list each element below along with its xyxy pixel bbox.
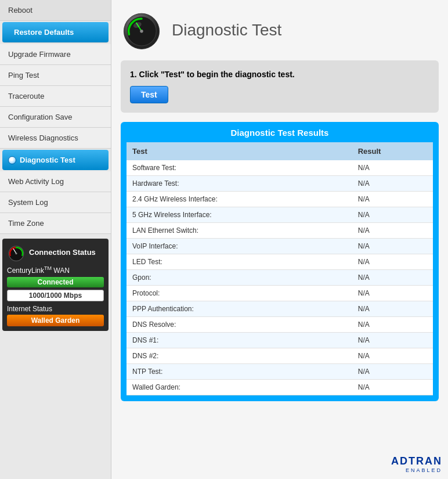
test-name-cell: Gpon:	[127, 270, 352, 286]
adtran-enabled: ENABLED	[391, 467, 442, 473]
table-row: Protocol:N/A	[127, 286, 433, 301]
svg-point-6	[140, 30, 143, 33]
sidebar-item-wireless-diagnostics[interactable]: Wireless Diagnostics	[0, 128, 111, 149]
wan-row: CenturyLinkTM WAN	[7, 265, 104, 275]
sidebar-item-web-activity-log[interactable]: Web Activity Log	[0, 171, 111, 192]
adtran-brand: ADTRAN	[391, 455, 442, 467]
sidebar-item-diagnostic-test[interactable]: Diagnostic Test	[2, 150, 109, 170]
test-result-cell: N/A	[352, 333, 433, 348]
sidebar-item-label: Traceroute	[8, 92, 44, 100]
test-result-cell: N/A	[352, 160, 433, 176]
sidebar-item-label: Web Activity Log	[8, 177, 64, 186]
test-result-cell: N/A	[352, 254, 433, 270]
svg-point-2	[15, 253, 17, 254]
sidebar-item-traceroute[interactable]: Traceroute	[0, 86, 111, 107]
sidebar-item-upgrade-firmware[interactable]: Upgrade Firmware	[0, 44, 111, 65]
walled-garden-badge: Walled Garden	[7, 315, 104, 326]
test-result-cell: N/A	[352, 286, 433, 301]
page-header: Diagnostic Test	[121, 9, 439, 51]
results-table: Test Result Software Test:N/AHardware Te…	[127, 142, 433, 395]
test-result-cell: N/A	[352, 223, 433, 239]
sidebar-item-restore-defaults[interactable]: Restore Defaults	[2, 22, 109, 43]
connection-status-title: Connection Status	[29, 248, 96, 257]
sidebar-item-system-log[interactable]: System Log	[0, 192, 111, 213]
gauge-icon	[121, 9, 162, 51]
test-name-cell: Software Test:	[127, 160, 352, 176]
test-name-cell: LED Test:	[127, 254, 352, 270]
table-row: NTP Test:N/A	[127, 364, 433, 380]
test-name-cell: Protocol:	[127, 286, 352, 301]
main-content: Diagnostic Test 1. Click "Test" to begin…	[111, 0, 448, 410]
test-result-cell: N/A	[352, 176, 433, 192]
table-row: Walled Garden:N/A	[127, 380, 433, 395]
test-result-cell: N/A	[352, 239, 433, 254]
connected-badge: Connected	[7, 277, 104, 287]
sidebar-item-reboot[interactable]: Reboot	[0, 0, 111, 21]
table-row: LED Test:N/A	[127, 254, 433, 270]
table-row: Gpon:N/A	[127, 270, 433, 286]
page-title: Diagnostic Test	[172, 21, 281, 39]
instruction-box: 1. Click "Test" to begin the diagnostic …	[121, 60, 439, 113]
sidebar: RebootRestore DefaultsUpgrade FirmwarePi…	[0, 0, 111, 479]
test-result-cell: N/A	[352, 317, 433, 333]
table-row: 2.4 GHz Wireless Interface:N/A	[127, 192, 433, 207]
sidebar-item-label: Upgrade Firmware	[8, 50, 71, 59]
test-name-cell: Hardware Test:	[127, 176, 352, 192]
sidebar-item-label: Restore Defaults	[14, 28, 74, 37]
test-name-cell: 2.4 GHz Wireless Interface:	[127, 192, 352, 207]
test-name-cell: LAN Ethernet Switch:	[127, 223, 352, 239]
test-name-cell: DNS #2:	[127, 348, 352, 364]
internet-status-label: Internet Status	[7, 305, 104, 313]
connection-status-box: Connection Status CenturyLinkTM WAN Conn…	[2, 239, 109, 331]
test-name-cell: VoIP Interface:	[127, 239, 352, 254]
test-result-cell: N/A	[352, 301, 433, 317]
table-row: DNS #2:N/A	[127, 348, 433, 364]
speedometer-icon	[7, 243, 26, 262]
table-row: Hardware Test:N/A	[127, 176, 433, 192]
table-header-row: Test Result	[127, 142, 433, 160]
test-name-cell: 5 GHz Wireless Interface:	[127, 207, 352, 223]
sidebar-item-label: Reboot	[8, 6, 32, 15]
adtran-logo: ADTRAN ENABLED	[391, 455, 442, 473]
sidebar-item-label: Wireless Diagnostics	[8, 134, 78, 142]
sidebar-item-time-zone[interactable]: Time Zone	[0, 213, 111, 234]
results-tbody: Software Test:N/AHardware Test:N/A2.4 GH…	[127, 160, 433, 395]
main-wrapper: Diagnostic Test 1. Click "Test" to begin…	[111, 0, 448, 479]
table-row: Software Test:N/A	[127, 160, 433, 176]
test-button[interactable]: Test	[130, 86, 168, 103]
sidebar-item-label: Configuration Save	[8, 113, 73, 121]
sidebar-item-ping-test[interactable]: Ping Test	[0, 65, 111, 86]
speed-badge: 1000/1000 Mbps	[7, 290, 104, 301]
table-row: PPP Authentication:N/A	[127, 301, 433, 317]
sidebar-item-label: System Log	[8, 198, 48, 207]
sidebar-item-configuration-save[interactable]: Configuration Save	[0, 107, 111, 128]
test-name-cell: DNS #1:	[127, 333, 352, 348]
test-result-cell: N/A	[352, 192, 433, 207]
test-result-cell: N/A	[352, 207, 433, 223]
results-title: Diagnostic Test Results	[127, 128, 433, 138]
sidebar-item-label: Time Zone	[8, 219, 44, 228]
sidebar-item-label: Ping Test	[8, 71, 39, 80]
table-row: DNS Resolve:N/A	[127, 317, 433, 333]
connection-status-header: Connection Status	[7, 243, 104, 262]
test-result-cell: N/A	[352, 348, 433, 364]
test-name-cell: DNS Resolve:	[127, 317, 352, 333]
table-row: LAN Ethernet Switch:N/A	[127, 223, 433, 239]
table-row: 5 GHz Wireless Interface:N/A	[127, 207, 433, 223]
test-name-cell: PPP Authentication:	[127, 301, 352, 317]
test-name-cell: NTP Test:	[127, 364, 352, 380]
col-header-result: Result	[352, 142, 433, 160]
test-result-cell: N/A	[352, 364, 433, 380]
col-header-test: Test	[127, 142, 352, 160]
test-result-cell: N/A	[352, 270, 433, 286]
active-indicator	[8, 156, 16, 164]
sidebar-item-label: Diagnostic Test	[20, 156, 75, 164]
provider-label: CenturyLinkTM WAN	[7, 265, 70, 275]
table-row: DNS #1:N/A	[127, 333, 433, 348]
test-name-cell: Walled Garden:	[127, 380, 352, 395]
table-row: VoIP Interface:N/A	[127, 239, 433, 254]
instruction-text: 1. Click "Test" to begin the diagnostic …	[130, 70, 429, 79]
results-container: Diagnostic Test Results Test Result Soft…	[121, 122, 439, 401]
test-result-cell: N/A	[352, 380, 433, 395]
